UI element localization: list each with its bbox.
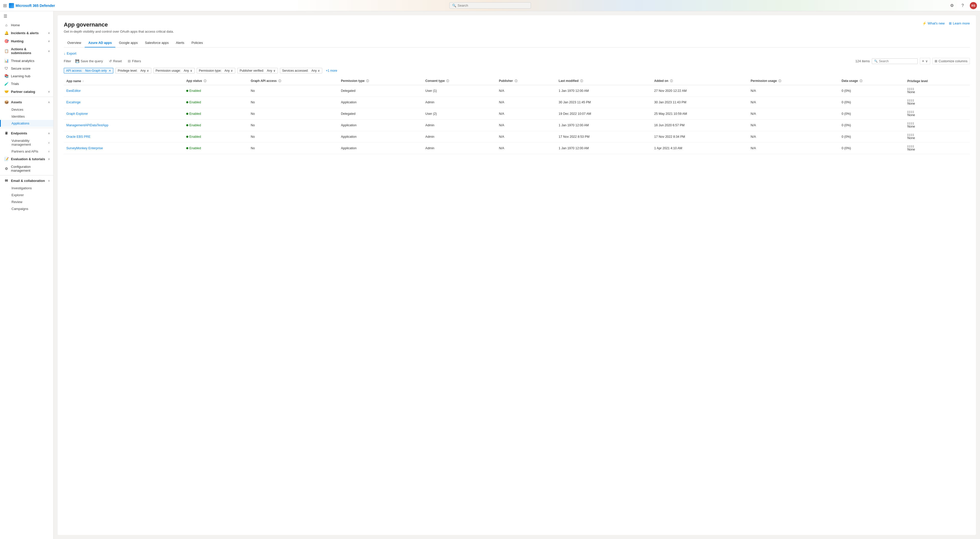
status-dot-icon bbox=[186, 124, 188, 126]
table-row: SurveyMonkey Enterprise Enabled No Appli… bbox=[64, 143, 970, 154]
app-name-link[interactable]: Graph Explorer bbox=[66, 112, 88, 116]
sidebar-item-home[interactable]: ⌂ Home bbox=[0, 21, 53, 29]
save-query-button[interactable]: 💾 Save the query bbox=[73, 58, 105, 64]
status-badge: Enabled bbox=[186, 135, 246, 138]
data-bar bbox=[913, 145, 914, 148]
sidebar-item-eval[interactable]: 📝 Evaluation & tutorials ∨ bbox=[0, 155, 53, 163]
search-input[interactable] bbox=[458, 3, 528, 7]
permission-type-filter[interactable]: Permission type: Any ∨ bbox=[197, 68, 235, 73]
col-app-status[interactable]: App status ⓘ bbox=[184, 77, 248, 85]
col-graph-api[interactable]: Graph API access ⓘ bbox=[248, 77, 339, 85]
tab-alerts[interactable]: Alerts bbox=[172, 38, 188, 48]
col-permission-type[interactable]: Permission type ⓘ bbox=[338, 77, 423, 85]
tab-azure-ad[interactable]: Azure AD apps bbox=[85, 38, 115, 48]
col-last-modified[interactable]: Last modified ⓘ bbox=[556, 77, 652, 85]
help-icon[interactable]: ? bbox=[959, 2, 966, 9]
cell-consent-type: Admin bbox=[423, 143, 496, 154]
sidebar-item-applications[interactable]: Applications bbox=[0, 120, 53, 127]
api-access-filter-chip[interactable]: API access: Non-Graph only ✕ bbox=[64, 68, 113, 73]
services-accessed-filter[interactable]: Services accessed: Any ∨ bbox=[280, 68, 322, 73]
tab-salesforce[interactable]: Salesforce apps bbox=[142, 38, 172, 48]
chevron-down-icon: ∨ bbox=[48, 157, 50, 161]
learn-more-button[interactable]: ⊞ Learn more bbox=[949, 21, 970, 25]
privilege-level-filter[interactable]: Privilege level: Any ∨ bbox=[115, 68, 151, 73]
export-button[interactable]: ↓ Export bbox=[64, 51, 76, 56]
sidebar-item-partners-apis[interactable]: Partners and APIs ∨ bbox=[0, 148, 53, 155]
col-app-name[interactable]: App name ↑ bbox=[64, 77, 184, 85]
sidebar-item-learning[interactable]: 📚 Learning hub bbox=[0, 72, 53, 80]
tab-overview[interactable]: Overview bbox=[64, 38, 85, 48]
sidebar-label-investigations: Investigations bbox=[11, 186, 50, 190]
chevron-down-icon: ∨ bbox=[231, 69, 233, 72]
app-name-link[interactable]: EwsEditor bbox=[66, 89, 81, 92]
sidebar-section-email[interactable]: ✉ Email & collaboration ∧ bbox=[0, 176, 53, 185]
sidebar-item-partner[interactable]: 🤝 Partner catalog ∨ bbox=[0, 87, 53, 95]
sidebar-item-vuln[interactable]: Vulnerability management ∨ bbox=[0, 137, 53, 148]
sidebar-label-assets: Assets bbox=[11, 100, 45, 104]
sidebar-item-identities[interactable]: Identities bbox=[0, 113, 53, 120]
app-name-link[interactable]: Oracle EBS PRE bbox=[66, 135, 90, 138]
remove-api-access-filter[interactable]: ✕ bbox=[109, 69, 111, 72]
sidebar-item-actions[interactable]: 📋 Actions & submissions ∨ bbox=[0, 45, 53, 57]
cell-privilege-level: None bbox=[905, 120, 970, 131]
cell-app-name: SurveyMonkey Enterprise bbox=[64, 143, 184, 154]
sidebar-section-endpoints[interactable]: 🖥 Endpoints ∧ bbox=[0, 129, 53, 137]
app-name-link[interactable]: SurveyMonkey Enterprise bbox=[66, 146, 103, 150]
col-data-usage[interactable]: Data usage ⓘ bbox=[839, 77, 905, 85]
sidebar-item-explorer[interactable]: Explorer bbox=[0, 192, 53, 199]
app-name-link[interactable]: ManagementAPIDataTestApp bbox=[66, 124, 108, 127]
table-header-row: App name ↑ App status ⓘ Graph API access… bbox=[64, 77, 970, 85]
global-search[interactable]: 🔍 bbox=[449, 2, 531, 9]
filters-button[interactable]: ⊟ Filters bbox=[126, 58, 143, 64]
chevron-down-icon: ∨ bbox=[147, 69, 149, 72]
more-filters-button[interactable]: +1 more bbox=[324, 68, 339, 73]
customize-columns-button[interactable]: ⊞ Customize columns bbox=[932, 58, 970, 64]
table-row: Graph Explorer Enabled No Delegated User… bbox=[64, 108, 970, 120]
table-search[interactable]: 🔍 bbox=[872, 59, 918, 64]
settings-icon[interactable]: ⚙ bbox=[948, 2, 956, 9]
sidebar-hamburger[interactable]: ☰ bbox=[0, 11, 53, 21]
col-consent-type[interactable]: Consent type ⓘ bbox=[423, 77, 496, 85]
tab-policies[interactable]: Policies bbox=[188, 38, 207, 48]
chevron-up-icon: ∧ bbox=[48, 179, 50, 182]
data-bar bbox=[907, 145, 908, 148]
sidebar-item-trials[interactable]: 🧪 Trials bbox=[0, 80, 53, 87]
sort-button[interactable]: ≡ ∨ bbox=[920, 58, 930, 64]
sidebar-section-assets[interactable]: 📦 Assets ∧ bbox=[0, 98, 53, 106]
brand: Microsoft 365 Defender bbox=[9, 3, 55, 8]
sidebar-item-config[interactable]: ⚙ Configuration management bbox=[0, 163, 53, 174]
sidebar-item-secure[interactable]: 🛡 Secure score bbox=[0, 65, 53, 72]
sidebar-item-devices[interactable]: Devices bbox=[0, 106, 53, 113]
tab-google[interactable]: Google apps bbox=[115, 38, 142, 48]
info-icon: ⓘ bbox=[778, 79, 781, 83]
sort-asc-icon: ↑ bbox=[83, 80, 84, 83]
sidebar-item-campaigns[interactable]: Campaigns bbox=[0, 205, 53, 212]
whats-new-button[interactable]: ⚡ What's new bbox=[922, 21, 945, 25]
sidebar-item-incidents[interactable]: 🔔 Incidents & alerts ∨ bbox=[0, 29, 53, 37]
table-row: Excahnge Enabled No Application Admin N/… bbox=[64, 97, 970, 108]
cell-consent-type: Admin bbox=[423, 97, 496, 108]
sidebar-item-threat[interactable]: 📊 Threat analytics bbox=[0, 57, 53, 65]
app-name-link[interactable]: Excahnge bbox=[66, 100, 81, 104]
reset-button[interactable]: ↺ Reset bbox=[107, 58, 124, 64]
col-privilege-level[interactable]: Privilege level bbox=[905, 77, 970, 85]
publisher-verified-filter[interactable]: Publisher verified: Any ∨ bbox=[237, 68, 278, 73]
info-icon: ⓘ bbox=[446, 79, 449, 83]
sidebar-item-review[interactable]: Review bbox=[0, 199, 53, 205]
sidebar-item-hunting[interactable]: 🎯 Hunting ∨ bbox=[0, 37, 53, 45]
waffle-icon[interactable]: ⊞ bbox=[3, 3, 7, 8]
page-header-actions: ⚡ What's new ⊞ Learn more bbox=[922, 21, 970, 25]
col-permission-usage[interactable]: Permission usage ⓘ bbox=[748, 77, 839, 85]
table-row: Oracle EBS PRE Enabled No Application Ad… bbox=[64, 131, 970, 143]
col-added-on[interactable]: Added on ⓘ bbox=[652, 77, 748, 85]
status-dot-icon bbox=[186, 147, 188, 149]
cell-app-status: Enabled bbox=[184, 131, 248, 143]
sidebar-label-partner: Partner catalog bbox=[11, 90, 45, 94]
cell-permission-usage: N/A bbox=[748, 143, 839, 154]
col-publisher[interactable]: Publisher ⓘ bbox=[496, 77, 556, 85]
sidebar-item-investigations[interactable]: Investigations bbox=[0, 185, 53, 192]
table-search-input[interactable] bbox=[879, 59, 915, 63]
status-dot-icon bbox=[186, 136, 188, 138]
avatar[interactable]: RS bbox=[970, 2, 977, 9]
permission-usage-filter[interactable]: Permission usage: Any ∨ bbox=[153, 68, 195, 73]
